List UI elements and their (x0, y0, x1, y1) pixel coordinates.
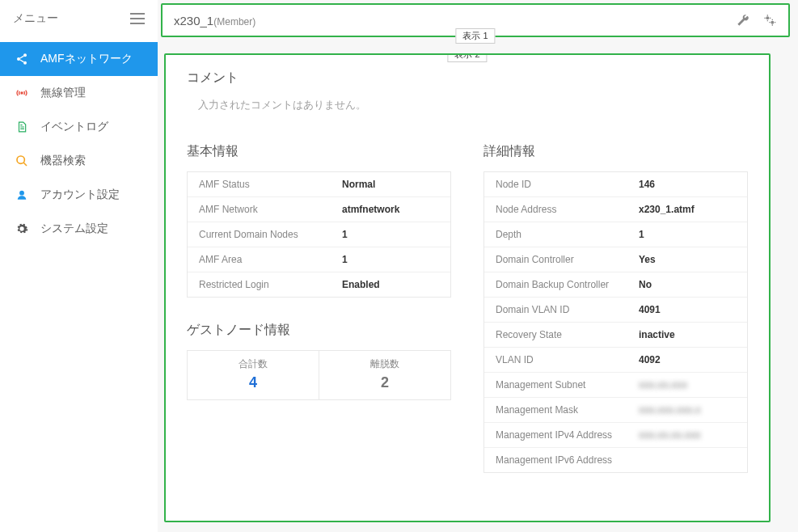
frame-tag-view1: 表示 1 (455, 28, 495, 44)
detail-info-title: 詳細情報 (483, 143, 748, 160)
svg-point-1 (17, 57, 20, 61)
comment-title: コメント (187, 70, 748, 87)
info-value: 146 (639, 179, 736, 190)
share-icon (15, 52, 29, 66)
nav-item-account[interactable]: アカウント設定 (0, 178, 158, 212)
svg-point-0 (23, 53, 27, 57)
svg-point-6 (766, 16, 769, 19)
table-row: AMF Area1 (188, 247, 450, 272)
info-label: AMF Status (199, 179, 342, 190)
svg-point-7 (771, 21, 774, 24)
info-label: Restricted Login (199, 279, 342, 290)
info-label: Domain Backup Controller (496, 279, 639, 290)
table-row: Domain VLAN ID4091 (484, 297, 747, 322)
guest-total-value[interactable]: 4 (188, 374, 319, 391)
nav-list: AMFネットワーク 無線管理 イベントログ 機器検索 (0, 42, 158, 246)
main-area: x230_1(Member) 表示 1 表示 2 コメント 入力された (158, 0, 798, 532)
sidebar-title: メニュー (13, 11, 58, 26)
info-value: inactive (639, 329, 736, 340)
svg-point-3 (21, 92, 23, 94)
table-row: VLAN ID4092 (484, 347, 747, 372)
guest-total-label: 合計数 (188, 357, 319, 371)
table-row: Restricted LoginEnabled (188, 272, 450, 297)
nav-item-eventlog[interactable]: イベントログ (0, 110, 158, 144)
info-label: VLAN ID (496, 354, 639, 365)
nav-item-search[interactable]: 機器検索 (0, 144, 158, 178)
info-value: xxx.xx.xxx (639, 379, 736, 391)
frame-tag-view2: 表示 2 (447, 53, 487, 62)
info-label: Management IPv6 Address (496, 454, 639, 466)
info-value: Normal (342, 179, 439, 190)
basic-info-title: 基本情報 (187, 143, 451, 160)
svg-point-5 (19, 191, 24, 196)
guest-title: ゲストノード情報 (187, 322, 451, 339)
info-value: Yes (639, 254, 736, 265)
info-value: Enabled (342, 279, 439, 290)
wrench-icon[interactable] (737, 14, 749, 27)
info-value: xxx.xxx.xxx.x (639, 404, 736, 416)
info-value (639, 454, 736, 466)
nav-label: アカウント設定 (40, 188, 120, 202)
svg-point-4 (17, 156, 24, 163)
info-value: atmfnetwork (342, 204, 439, 215)
content-frame: 表示 2 コメント 入力されたコメントはありません。 基本情報 AMF Stat… (164, 53, 771, 522)
nav-label: イベントログ (40, 120, 108, 134)
nav-item-system[interactable]: システム設定 (0, 212, 158, 246)
table-row: AMF Networkatmfnetwork (188, 196, 450, 222)
table-row: Management Maskxxx.xxx.xxx.x (484, 397, 747, 422)
nav-item-wireless[interactable]: 無線管理 (0, 76, 158, 110)
info-label: AMF Area (199, 254, 342, 265)
node-name: x230_1 (174, 14, 213, 27)
info-label: Management Subnet (496, 379, 639, 391)
nav-label: システム設定 (40, 222, 108, 236)
info-label: AMF Network (199, 204, 342, 215)
nav-label: 無線管理 (40, 86, 86, 100)
info-value: x230_1.atmf (639, 204, 736, 215)
comment-empty-text: 入力されたコメントはありません。 (187, 98, 748, 112)
info-label: Management IPv4 Address (496, 429, 639, 441)
table-row: Domain ControllerYes (484, 247, 747, 272)
table-row: Management Subnetxxx.xx.xxx (484, 372, 747, 397)
info-label: Domain VLAN ID (496, 304, 639, 315)
info-value: 1 (342, 229, 439, 240)
table-row: Current Domain Nodes1 (188, 222, 450, 247)
info-label: Node ID (496, 179, 639, 190)
table-row: Depth1 (484, 222, 747, 247)
guest-left-label: 離脱数 (319, 357, 450, 371)
table-row: Node Addressx230_1.atmf (484, 196, 747, 222)
hamburger-icon[interactable] (130, 13, 145, 24)
nav-label: AMFネットワーク (40, 52, 133, 66)
table-row: Recovery Stateinactive (484, 322, 747, 347)
info-value: xxx.xx.xx.xxx (639, 429, 736, 441)
table-row: Management IPv4 Addressxxx.xx.xx.xxx (484, 422, 747, 447)
search-icon (15, 154, 29, 168)
info-label: Management Mask (496, 404, 639, 416)
page-title: x230_1(Member) (174, 14, 255, 27)
guest-table: 合計数 4 離脱数 2 (187, 350, 451, 400)
basic-info-table: AMF StatusNormalAMF NetworkatmfnetworkCu… (187, 171, 451, 298)
info-label: Domain Controller (496, 254, 639, 265)
svg-point-2 (23, 61, 27, 65)
info-label: Depth (496, 229, 639, 240)
node-role: (Member) (213, 16, 255, 27)
nav-item-amf-network[interactable]: AMFネットワーク (0, 42, 158, 76)
guest-left-value: 2 (319, 374, 450, 391)
info-value: 1 (342, 254, 439, 265)
info-label: Node Address (496, 204, 639, 215)
user-icon (15, 188, 29, 202)
table-row: Management IPv6 Address (484, 447, 747, 472)
info-value: 4091 (639, 304, 736, 315)
table-row: Node ID146 (484, 172, 747, 196)
gear-icon (15, 222, 29, 236)
nav-label: 機器検索 (40, 154, 86, 168)
info-value: No (639, 279, 736, 290)
detail-info-table: Node ID146Node Addressx230_1.atmfDepth1D… (483, 171, 748, 473)
header-frame: x230_1(Member) 表示 1 (161, 3, 790, 37)
document-icon (15, 120, 29, 134)
settings-gears-icon[interactable] (762, 14, 777, 27)
sidebar: メニュー AMFネットワーク 無線管理 イベントログ (0, 0, 158, 532)
table-row: AMF StatusNormal (188, 172, 450, 196)
info-label: Current Domain Nodes (199, 229, 342, 240)
table-row: Domain Backup ControllerNo (484, 272, 747, 297)
info-value: 4092 (639, 354, 736, 365)
